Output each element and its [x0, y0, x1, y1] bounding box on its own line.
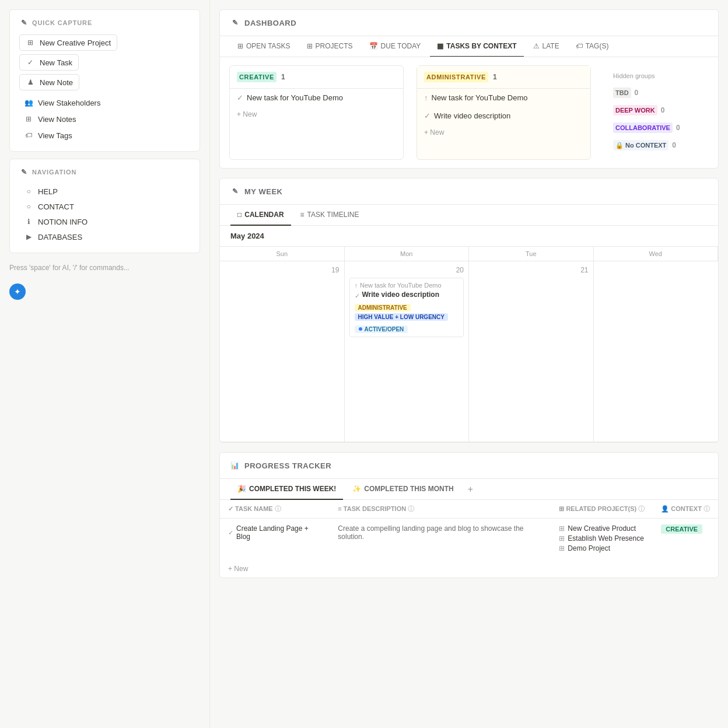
tab-calendar[interactable]: □ CALENDAR	[230, 205, 291, 226]
new-creative-project-button[interactable]: ⊞ New Creative Project	[19, 34, 117, 51]
admin-task-item-2[interactable]: ✓ Write video description	[417, 107, 590, 125]
creative-column: CREATIVE 1 ✓ New task for YouTube Demo +…	[229, 65, 404, 160]
party-icon: 🎉	[237, 485, 246, 493]
project-item-3: ⊞ Demo Project	[559, 544, 645, 552]
task-name-info-icon: ⓘ	[275, 505, 281, 512]
dashboard-header: ✎ DASHBOARD	[220, 10, 718, 36]
tab-open-tasks[interactable]: ⊞ OPEN TASKS	[230, 36, 298, 57]
dashboard-tab-bar: ⊞ OPEN TASKS ⊞ PROJECTS 📅 DUE TODAY ▦ TA…	[220, 36, 718, 57]
due-today-icon: 📅	[369, 42, 378, 50]
deep-work-badge: DEEP WORK	[613, 105, 657, 116]
event-title-row: ✓ Write video description	[355, 290, 459, 301]
creative-task-item[interactable]: ✓ New task for YouTube Demo	[230, 89, 403, 107]
my-week-panel: ✎ MY WEEK □ CALENDAR ≡ TASK TIMELINE May…	[219, 178, 719, 443]
event-subtitle: ↑ New task for YouTube Demo	[355, 282, 459, 289]
nav-edit-icon: ✎	[19, 167, 29, 177]
info-icon: ℹ	[24, 217, 33, 226]
cal-cell-20: 20 ↑ New task for YouTube Demo ✓ Write v…	[345, 261, 470, 442]
col-related-projects: ⊞ RELATED PROJECT(S) ⓘ	[551, 500, 653, 519]
notion-info-nav-item[interactable]: ℹ NOTION INFO	[19, 214, 190, 229]
admin-add-new[interactable]: + New	[417, 125, 590, 140]
tab-projects[interactable]: ⊞ PROJECTS	[300, 36, 360, 57]
col-task-description: ≡ TASK DESCRIPTION ⓘ	[330, 500, 551, 519]
triangle-icon: ▶	[24, 232, 33, 242]
hidden-group-deep-work: DEEP WORK 0	[613, 103, 699, 118]
progress-table: ✓ TASK NAME ⓘ ≡ TASK DESCRIPTION ⓘ ⊞ REL…	[220, 500, 718, 560]
note-icon: ♟	[26, 78, 35, 87]
lock-icon: 🔒	[615, 142, 624, 149]
timeline-icon: ≡	[300, 211, 304, 219]
tab-completed-week[interactable]: 🎉 COMPLETED THIS WEEK!	[230, 479, 343, 500]
active-open-badge: ACTIVE/OPEN	[355, 326, 408, 333]
view-stakeholders-link[interactable]: 👥 View Stakeholders	[19, 95, 190, 110]
admin-task-item-1[interactable]: ↑ New task for YouTube Demo	[417, 89, 590, 107]
dashboard-panel: ✎ DASHBOARD ⊞ OPEN TASKS ⊞ PROJECTS 📅 DU…	[219, 9, 719, 169]
help-nav-item[interactable]: ○ HELP	[19, 184, 190, 199]
cal-date-21: 21	[474, 266, 589, 274]
new-task-button[interactable]: ✓ New Task	[19, 54, 79, 71]
tab-late[interactable]: ⚠ LATE	[526, 36, 566, 57]
day-header-mon: Mon	[345, 247, 470, 261]
administrative-column: ADMINISTRATIVE 1 ↑ New task for YouTube …	[416, 65, 591, 160]
tab-task-timeline[interactable]: ≡ TASK TIMELINE	[293, 205, 366, 226]
databases-nav-item[interactable]: ▶ DATABASES	[19, 229, 190, 244]
tab-due-today[interactable]: 📅 DUE TODAY	[362, 36, 428, 57]
calendar-month-label: May 2024	[220, 226, 718, 240]
context-info-icon: ⓘ	[704, 505, 710, 512]
no-context-badge: 🔒 No CONTEXT	[613, 140, 668, 150]
sidebar: ✎ QUICK CAPTURE ⊞ New Creative Project ✓…	[0, 0, 210, 728]
hidden-group-no-context: 🔒 No CONTEXT 0	[613, 138, 699, 153]
context-badge: CREATIVE	[661, 524, 702, 534]
creative-badge: CREATIVE	[237, 72, 276, 82]
navigation-title: ✎ NAVIGATION	[19, 167, 190, 177]
task-check-icon: ✓	[237, 93, 243, 102]
new-note-button[interactable]: ♟ New Note	[19, 74, 79, 90]
collab-badge: COLLABORATIVE	[613, 123, 673, 133]
hidden-groups-panel: Hidden groups TBD 0 DEEP WORK 0 COLLABOR…	[604, 65, 709, 160]
add-tab-button[interactable]: +	[468, 484, 473, 495]
day-header-wed: Wed	[594, 247, 719, 261]
my-week-header: ✎ MY WEEK	[220, 178, 718, 205]
cal-event-20[interactable]: ↑ New task for YouTube Demo ✓ Write vide…	[349, 278, 464, 337]
admin-column-header: ADMINISTRATIVE 1	[417, 66, 590, 89]
tab-tags[interactable]: 🏷 TAG(S)	[569, 36, 616, 57]
projects-col-icon: ⊞	[559, 505, 564, 512]
tag-icon: 🏷	[24, 131, 33, 140]
help-icon: ○	[24, 187, 33, 196]
contact-icon: ○	[24, 202, 33, 211]
tbd-badge: TBD	[613, 88, 631, 98]
add-new-progress-row[interactable]: + New	[220, 560, 718, 578]
open-tasks-icon: ⊞	[237, 42, 243, 50]
ai-orb-button[interactable]: ✦	[9, 284, 26, 300]
creative-add-new[interactable]: + New	[230, 107, 403, 122]
task-description-cell: Create a compelling landing page and blo…	[330, 519, 551, 561]
admin-badge: ADMINISTRATIVE	[424, 72, 488, 82]
view-tags-link[interactable]: 🏷 View Tags	[19, 128, 190, 143]
calendar-tab-bar: □ CALENDAR ≡ TASK TIMELINE	[220, 205, 718, 226]
contact-nav-item[interactable]: ○ CONTACT	[19, 199, 190, 214]
dashboard-edit-icon: ✎	[230, 18, 240, 27]
progress-icon: 📊	[230, 461, 240, 470]
tab-tasks-by-context[interactable]: ▦ TASKS BY CONTEXT	[430, 36, 523, 57]
context-cell: CREATIVE	[653, 519, 718, 561]
col-context: 👤 CONTEXT ⓘ	[653, 500, 718, 519]
task-row-icon: ✓	[228, 529, 233, 537]
sparkle-icon: ✨	[352, 485, 361, 493]
view-notes-link[interactable]: ⊞ View Notes	[19, 111, 190, 127]
admin-tag: ADMINISTRATIVE	[355, 304, 411, 312]
projects-icon: ⊞	[307, 42, 313, 50]
task-name-cell: ✓ Create Landing Page + Blog	[220, 519, 330, 561]
col-task-name: ✓ TASK NAME ⓘ	[220, 500, 330, 519]
event-tags: ADMINISTRATIVE HIGH VALUE + LOW URGENCY	[355, 304, 459, 323]
day-header-tue: Tue	[469, 247, 594, 261]
cal-date-19: 19	[225, 266, 340, 274]
related-projects-cell: ⊞ New Creative Product ⊞ Establish Web P…	[551, 519, 653, 561]
progress-tab-bar: 🎉 COMPLETED THIS WEEK! ✨ COMPLETED THIS …	[220, 479, 718, 500]
grid-icon: ⊞	[26, 38, 35, 47]
ai-prompt-text: Press 'space' for AI, '/' for commands..…	[9, 260, 200, 272]
hidden-group-tbd: TBD 0	[613, 85, 699, 100]
check-icon: ✓	[355, 292, 360, 300]
task-icon: ✓	[26, 58, 35, 67]
progress-tracker-header: 📊 PROGRESS TRACKER	[220, 453, 718, 479]
tab-completed-month[interactable]: ✨ COMPLETED THIS MONTH	[345, 479, 460, 500]
